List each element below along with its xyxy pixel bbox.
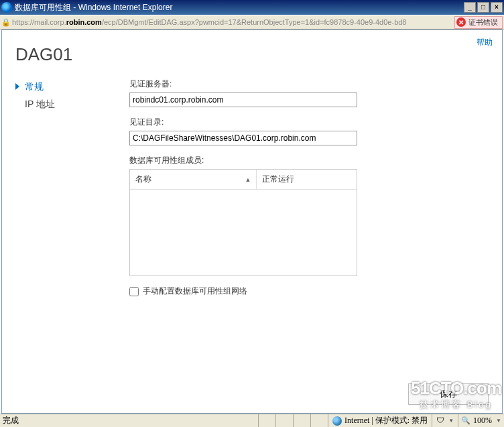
sidebar-item-general[interactable]: 常规 <box>15 78 129 96</box>
certificate-error-button[interactable]: ✕ 证书错误 <box>454 16 503 29</box>
globe-icon <box>332 416 342 426</box>
status-zone[interactable]: Internet | 保护模式: 禁用 <box>328 414 432 427</box>
lock-icon: 🔒 <box>1 17 11 27</box>
address-bar: 🔒 https://mail.corp.robin.com/ecp/DBMgmt… <box>0 15 504 29</box>
status-pane-2 <box>275 414 293 427</box>
window-buttons: _ □ × <box>464 2 503 13</box>
status-pane-4 <box>310 414 328 427</box>
status-pane-3 <box>293 414 310 427</box>
manual-net-label: 手动配置数据库可用性组网络 <box>143 286 247 297</box>
manual-net-checkbox[interactable] <box>129 287 139 296</box>
witness-dir-input[interactable] <box>129 131 357 145</box>
manual-net-row[interactable]: 手动配置数据库可用性组网络 <box>129 286 482 297</box>
field-witness-dir: 见证目录: <box>129 117 482 145</box>
witness-dir-label: 见证目录: <box>129 117 482 128</box>
status-pane-1 <box>258 414 275 427</box>
save-row: 保存 <box>408 383 489 405</box>
field-witness-server: 见证服务器: <box>129 78 482 107</box>
zoom-icon: 🔍 <box>461 416 470 425</box>
window-title: 数据库可用性组 - Windows Internet Explorer <box>15 2 464 13</box>
cert-error-icon: ✕ <box>456 17 466 27</box>
field-members: 数据库可用性组成员: 名称 ▲ 正常运行 <box>129 155 482 276</box>
status-zoom[interactable]: 🔍 100% ▼ <box>458 414 504 427</box>
shield-icon: 🛡 <box>436 416 444 426</box>
maximize-button[interactable]: □ <box>477 2 489 13</box>
save-button[interactable]: 保存 <box>408 383 489 405</box>
members-label: 数据库可用性组成员: <box>129 155 482 166</box>
status-protected-toggle[interactable]: 🛡 ▼ <box>432 414 458 427</box>
page-title: DAG01 <box>2 44 502 78</box>
url-field[interactable]: https://mail.corp.robin.com/ecp/DBMgmt/E… <box>12 18 452 26</box>
close-button[interactable]: × <box>491 2 503 13</box>
col-status[interactable]: 正常运行 <box>257 170 357 189</box>
col-name[interactable]: 名称 ▲ <box>130 170 257 189</box>
ie-icon <box>1 2 12 13</box>
witness-server-label: 见证服务器: <box>129 78 482 90</box>
main-panel: 见证服务器: 见证目录: 数据库可用性组成员: 名称 ▲ 正常运行 <box>129 78 489 413</box>
sidebar: 常规 IP 地址 <box>15 78 129 413</box>
members-grid: 名称 ▲ 正常运行 <box>129 169 357 276</box>
grid-header: 名称 ▲ 正常运行 <box>130 170 357 190</box>
sidebar-item-ip[interactable]: IP 地址 <box>15 96 129 113</box>
sort-asc-icon: ▲ <box>245 176 251 183</box>
page-body: 常规 IP 地址 见证服务器: 见证目录: 数据库可用性组成员: 名称 ▲ <box>2 78 502 413</box>
status-done: 完成 <box>0 414 258 427</box>
witness-server-input[interactable] <box>129 93 357 107</box>
cert-error-label: 证书错误 <box>468 17 498 27</box>
chevron-down-icon: ▼ <box>447 418 454 424</box>
content-area: 帮助 DAG01 常规 IP 地址 见证服务器: 见证目录: 数据库可用性组成员… <box>1 29 503 414</box>
window-titlebar: 数据库可用性组 - Windows Internet Explorer _ □ … <box>0 0 504 15</box>
status-bar: 完成 Internet | 保护模式: 禁用 🛡 ▼ 🔍 100% ▼ <box>0 414 504 427</box>
minimize-button[interactable]: _ <box>464 2 476 13</box>
chevron-down-icon: ▼ <box>495 418 501 424</box>
